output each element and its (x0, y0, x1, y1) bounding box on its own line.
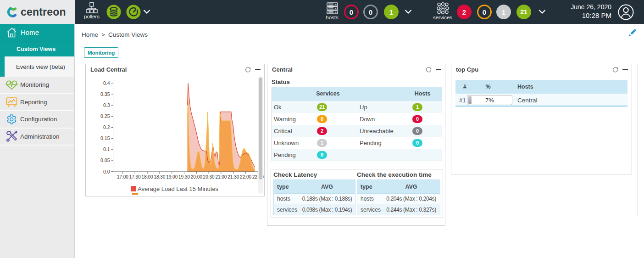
status-badge[interactable]: 0 (344, 5, 359, 19)
refresh-icon[interactable] (426, 67, 432, 73)
edit-view-pencil-icon[interactable] (629, 29, 636, 36)
cpu-rank: #1 (459, 97, 466, 104)
status-label: Ok (272, 104, 311, 111)
mini-cell-type: hosts (274, 196, 299, 202)
services-menu[interactable]: services (434, 2, 451, 20)
hosts-chevron-icon[interactable] (405, 10, 412, 14)
mini-table-header: typeAVG (274, 180, 355, 194)
status-count-pill[interactable]: 0 (317, 151, 327, 159)
col-header-hosts: Hosts (517, 84, 533, 90)
status-count-pill[interactable]: 0 (317, 115, 327, 123)
breadcrumb-custom-views[interactable]: Custom Views (108, 31, 148, 38)
collapse-icon[interactable] (436, 69, 441, 71)
status-label: Down (333, 116, 406, 123)
status-count-pill[interactable]: 0 (412, 127, 422, 135)
sidebar-item-home[interactable]: Home (0, 24, 74, 41)
collapse-icon[interactable] (622, 69, 628, 71)
svg-text:19:00: 19:00 (166, 174, 178, 179)
sidebar-item-label: Administration (20, 133, 60, 140)
sidebar-item-administration[interactable]: Administration (0, 129, 74, 146)
chart-scrollbar-thumb[interactable] (259, 78, 262, 179)
status-badge[interactable]: 0 (477, 5, 492, 19)
status-badge[interactable]: 1 (496, 5, 511, 19)
top-cpu-table: # % Hosts #17%Central (455, 80, 627, 107)
svg-text:22:00: 22:00 (240, 174, 251, 179)
svg-text:0.2: 0.2 (103, 124, 110, 130)
tab-monitoring[interactable]: Monitoring (84, 47, 118, 58)
status-row: Unknown1Pending0 (272, 137, 442, 149)
mini-col-type: type (357, 184, 383, 190)
clock-time: 10:28 PM (571, 11, 611, 20)
centreon-logo-icon (7, 6, 18, 18)
svg-text:21:30: 21:30 (228, 174, 239, 179)
status-label: Unknown (272, 140, 311, 146)
status-count-pill[interactable]: 21 (317, 103, 327, 111)
legend-swatch-red (131, 186, 136, 191)
svg-text:17:30: 17:30 (129, 174, 141, 179)
svg-text:18:30: 18:30 (154, 174, 165, 179)
widget-title: Central (272, 66, 426, 73)
status-table-header: Services Hosts (272, 87, 442, 101)
status-label: Pending (272, 151, 311, 158)
sidebar-item-label: Monitoring (20, 81, 49, 88)
status-row: Ok21Up1 (272, 101, 442, 113)
status-badge[interactable]: 2 (457, 5, 472, 19)
mini-col-avg: AVG (299, 184, 355, 190)
svg-text:19:30: 19:30 (178, 174, 190, 179)
check-execution-title: Check the execution time (357, 172, 440, 178)
hosts-menu[interactable]: hosts (324, 2, 340, 20)
latency-gauge-icon[interactable] (126, 5, 141, 19)
status-count-pill[interactable]: 1 (317, 139, 327, 147)
status-label: Pending (333, 140, 406, 146)
clock-date: June 26, 2020 (571, 3, 611, 11)
status-count-pill[interactable]: 1 (412, 103, 422, 111)
col-header-services: Services (316, 90, 339, 97)
svg-text:0.35: 0.35 (100, 91, 110, 97)
widget-central: Central Status Services Hosts Ok21Up1War… (267, 64, 445, 226)
pollers-menu[interactable]: pollers (83, 2, 100, 19)
cpu-progress-bar: 7% (467, 95, 512, 105)
col-header-hosts: Hosts (415, 90, 431, 97)
status-badge[interactable]: 21 (516, 5, 531, 19)
svg-text:18:00: 18:00 (142, 174, 153, 179)
refresh-icon[interactable] (245, 67, 251, 73)
sidebar-item-monitoring[interactable]: Monitoring (0, 77, 74, 94)
status-count-pill[interactable]: 0 (412, 115, 422, 123)
main-content: Home>Custom Views Monitoring Load Centra… (75, 24, 644, 258)
status-badge[interactable]: 1 (384, 5, 399, 19)
sidebar-home-label: Home (21, 28, 39, 36)
pollers-label: pollers (84, 14, 100, 19)
mini-table-row: services0.098s (Max : 0.194s) (274, 204, 355, 215)
logo[interactable]: centreon (0, 0, 75, 24)
sidebar-subitem-custom-views[interactable]: Custom Views (0, 41, 74, 56)
legend-swatch-orange-partial (132, 193, 138, 195)
sidebar-item-configuration[interactable]: Configuration (0, 111, 74, 129)
status-label: Warning (272, 116, 311, 123)
cpu-percent-value: 7% (467, 97, 512, 104)
status-count-pill[interactable]: 0 (412, 139, 422, 147)
mini-table-row: hosts0.204s (Max : 0.204s) (357, 194, 440, 204)
monitoring-icon (5, 80, 18, 90)
status-badge[interactable]: 0 (363, 5, 378, 19)
database-status-icon[interactable] (106, 5, 121, 19)
top-bar: centreon pollers (0, 0, 644, 24)
status-section-label: Status (272, 79, 441, 85)
col-header-percent: % (485, 84, 490, 90)
user-avatar-icon[interactable] (618, 4, 634, 20)
refresh-icon[interactable] (612, 67, 618, 73)
hosts-icon (327, 2, 338, 14)
widget-partial (638, 64, 644, 216)
cpu-host-name[interactable]: Central (517, 97, 538, 104)
breadcrumb-home[interactable]: Home (82, 31, 98, 38)
services-chevron-icon[interactable] (539, 10, 546, 14)
svg-text:0.1: 0.1 (103, 146, 110, 152)
collapse-icon[interactable] (255, 69, 261, 71)
sidebar-subitem-events-view-beta-[interactable]: Events view (beta) (0, 56, 74, 77)
sidebar-item-reporting[interactable]: Reporting (0, 94, 74, 112)
legend-label: Average Load Last 15 Minutes (138, 185, 218, 192)
pollers-chevron-icon[interactable] (143, 10, 150, 14)
widget-load-central-header: Load Central (86, 64, 264, 75)
mini-cell-avg: 0.244s (Max : 0.327s) (383, 207, 440, 213)
pollers-icon (86, 2, 98, 13)
status-count-pill[interactable]: 2 (317, 127, 327, 135)
